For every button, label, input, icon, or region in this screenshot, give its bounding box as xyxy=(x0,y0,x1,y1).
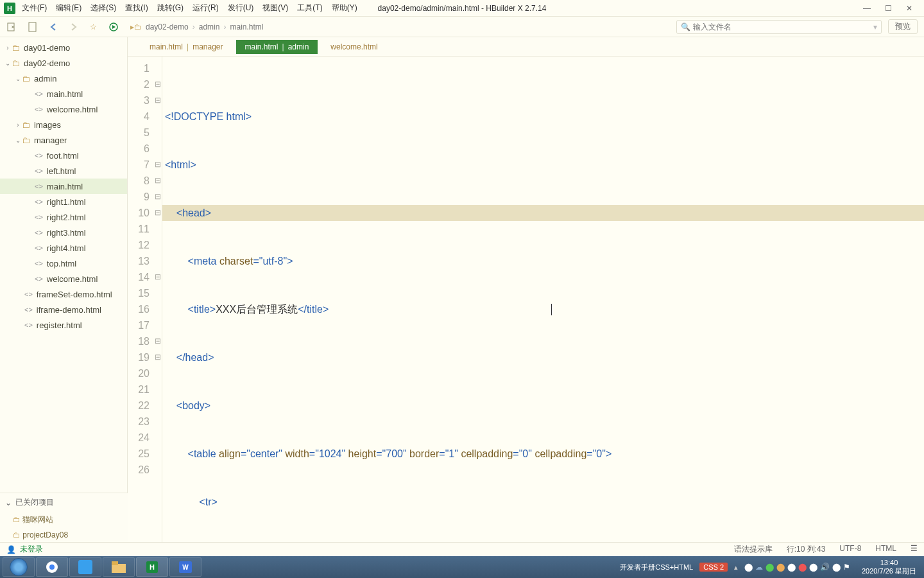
toolbar: ☆ ▸🗀 day02-demo › admin › main.html 🔍 ▾ … xyxy=(0,17,924,37)
tab-welcome[interactable]: welcome.html xyxy=(321,40,386,54)
tree-file-right3[interactable]: <>right3.html xyxy=(0,225,127,240)
menu-find[interactable]: 查找(I) xyxy=(125,3,148,13)
crumb-1[interactable]: admin xyxy=(199,22,220,31)
breadcrumb: ▸🗀 day02-demo › admin › main.html xyxy=(130,22,263,31)
tree-item-images[interactable]: ›🗀images xyxy=(0,117,127,132)
main-area: ›🗀day01-demo ⌄🗀day02-demo ⌄🗀admin <>main… xyxy=(0,37,924,542)
tree-file-right2[interactable]: <>right2.html xyxy=(0,209,127,225)
crumb-2[interactable]: main.html xyxy=(230,22,263,31)
line-numbers: 1234567891011121314151617181920212223242… xyxy=(128,57,153,542)
encoding[interactable]: UTF-8 xyxy=(839,544,861,555)
closed-project-item[interactable]: 🗀 猫咪网站 xyxy=(0,512,128,528)
tree-file-manager-main[interactable]: <>main.html xyxy=(0,179,127,194)
tree-file-foot[interactable]: <>foot.html xyxy=(0,148,127,163)
app-logo: H xyxy=(4,3,15,14)
close-icon[interactable]: ✕ xyxy=(906,4,912,13)
menu-publish[interactable]: 发行(U) xyxy=(228,3,254,13)
tree-file-mgr-welcome[interactable]: <>welcome.html xyxy=(0,271,127,286)
window-controls: — ☐ ✕ xyxy=(863,4,924,13)
svg-rect-7 xyxy=(112,561,118,565)
tree-file-iframe[interactable]: <>iframe-demo.html xyxy=(0,302,127,317)
menu-file[interactable]: 文件(F) xyxy=(22,3,47,13)
code-content[interactable]: <!DOCTYPE html> <html> <head> <meta char… xyxy=(162,57,924,542)
closed-projects: ⌄已关闭项目 🗀 猫咪网站 🗀 projectDay08 xyxy=(0,493,128,542)
menubar: H 文件(F) 编辑(E) 选择(S) 查找(I) 跳转(G) 运行(R) 发行… xyxy=(0,0,924,17)
svg-point-4 xyxy=(49,565,55,570)
css-badge[interactable]: CSS 2 xyxy=(699,563,728,572)
taskbar-app-blue[interactable] xyxy=(69,557,101,577)
cursor-position: 行:10 列:43 xyxy=(787,544,826,555)
language-mode[interactable]: HTML xyxy=(875,544,896,555)
star-icon[interactable]: ☆ xyxy=(90,22,97,31)
svg-rect-5 xyxy=(78,560,92,574)
window-title: day02-demo/admin/main.html - HBuilder X … xyxy=(378,4,547,13)
notification-icon[interactable]: ☰ xyxy=(911,544,918,555)
tree-file-right1[interactable]: <>right1.html xyxy=(0,194,127,209)
folder-icon: ▸🗀 xyxy=(130,22,142,31)
dropdown-icon[interactable]: ▾ xyxy=(873,22,877,31)
taskbar-wps[interactable]: W xyxy=(169,557,201,577)
tab-admin-main[interactable]: main.html|admin xyxy=(236,40,318,54)
tray-chevron-icon[interactable]: ▴ xyxy=(734,563,738,572)
menu-help[interactable]: 帮助(Y) xyxy=(332,3,357,13)
tree-item-admin[interactable]: ⌄🗀admin xyxy=(0,71,127,86)
taskbar-footer-text: 开发者手册CSS+HTML xyxy=(620,563,693,572)
new-file-icon[interactable] xyxy=(28,22,37,32)
tree-file-right4[interactable]: <>right4.html xyxy=(0,240,127,256)
tree-file-admin-main[interactable]: <>main.html xyxy=(0,86,127,101)
tree-item-manager[interactable]: ⌄🗀manager xyxy=(0,132,127,148)
code-editor[interactable]: 1234567891011121314151617181920212223242… xyxy=(128,57,924,542)
file-explorer: ›🗀day01-demo ⌄🗀day02-demo ⌄🗀admin <>main… xyxy=(0,37,128,542)
menu-tools[interactable]: 工具(T) xyxy=(297,3,322,13)
search-box[interactable]: 🔍 ▾ xyxy=(676,20,882,34)
tree-file-admin-welcome[interactable]: <>welcome.html xyxy=(0,101,127,117)
search-icon: 🔍 xyxy=(681,22,690,31)
minimize-icon[interactable]: — xyxy=(863,4,871,13)
tree-file-frameset[interactable]: <>frameSet-demo.html xyxy=(0,286,127,302)
crumb-0[interactable]: day02-demo xyxy=(146,22,189,31)
menu-view[interactable]: 视图(V) xyxy=(262,3,288,13)
fold-gutter: ⊟⊟ ⊟⊟⊟⊟ ⊟ ⊟⊟ xyxy=(153,57,162,542)
preview-button[interactable]: 预览 xyxy=(888,19,918,34)
taskbar-clock[interactable]: 13:40 2020/7/26 星期日 xyxy=(857,559,921,575)
syntax-hint[interactable]: 语法提示库 xyxy=(734,544,773,555)
user-icon: 👤 xyxy=(6,545,16,554)
taskbar-hbuilder[interactable]: H xyxy=(136,557,168,577)
editor-area: main.html|manager main.html|admin welcom… xyxy=(128,37,924,542)
maximize-icon[interactable]: ☐ xyxy=(885,4,892,13)
menu-run[interactable]: 运行(R) xyxy=(193,3,219,13)
taskbar-explorer[interactable] xyxy=(103,557,135,577)
forward-icon[interactable] xyxy=(69,22,78,31)
import-icon[interactable] xyxy=(6,22,17,32)
editor-tabs: main.html|manager main.html|admin welcom… xyxy=(128,37,924,57)
svg-rect-1 xyxy=(29,22,36,31)
taskbar: H W 开发者手册CSS+HTML CSS 2 ▴ ⬤☁⬤⬤⬤⬤⬤🔊⬤⚑ 13:… xyxy=(0,556,924,578)
search-input[interactable] xyxy=(693,22,873,31)
tab-manager-main[interactable]: main.html|manager xyxy=(141,40,232,54)
menu-goto[interactable]: 跳转(G) xyxy=(157,3,184,13)
svg-rect-6 xyxy=(112,564,126,573)
statusbar: 👤未登录 语法提示库 行:10 列:43 UTF-8 HTML ☰ xyxy=(0,542,924,556)
mouse-text-cursor xyxy=(551,304,552,315)
tree-file-top[interactable]: <>top.html xyxy=(0,256,127,271)
closed-project-item[interactable]: 🗀 projectDay08 xyxy=(0,528,128,542)
tree-item-day01[interactable]: ›🗀day01-demo xyxy=(0,40,127,55)
menu-select[interactable]: 选择(S) xyxy=(90,3,116,13)
closed-projects-header[interactable]: ⌄已关闭项目 xyxy=(0,493,128,512)
taskbar-chrome[interactable] xyxy=(36,557,68,577)
tree-file-left[interactable]: <>left.html xyxy=(0,163,127,179)
start-button[interactable] xyxy=(3,557,35,577)
tray-icons[interactable]: ⬤☁⬤⬤⬤⬤⬤🔊⬤⚑ xyxy=(744,563,850,572)
tree-file-register[interactable]: <>register.html xyxy=(0,317,127,333)
run-icon[interactable] xyxy=(108,22,119,32)
tree-item-day02[interactable]: ⌄🗀day02-demo xyxy=(0,55,127,71)
menu-edit[interactable]: 编辑(E) xyxy=(56,3,81,13)
login-status[interactable]: 👤未登录 xyxy=(6,544,43,555)
back-icon[interactable] xyxy=(49,22,58,31)
